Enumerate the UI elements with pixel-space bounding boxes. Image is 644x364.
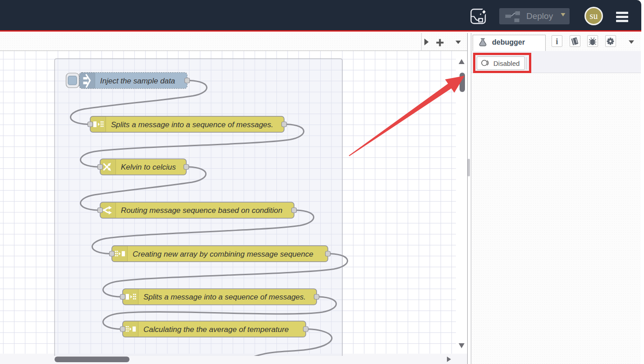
svg-text:Calculating the the average of: Calculating the the average of temperatu… [143, 325, 289, 334]
svg-text:Creating new array by combinin: Creating new array by combining message … [133, 250, 313, 258]
svg-text:Splits a message into a sequen: Splits a message into a sequence of mess… [111, 120, 273, 129]
svg-text:Inject the sample data: Inject the sample data [100, 77, 175, 85]
svg-text:Routing message sequence based: Routing message sequence based on condit… [121, 206, 282, 215]
svg-text:Kelvin to celcius: Kelvin to celcius [121, 163, 176, 171]
svg-text:Splits a message into a sequen: Splits a message into a sequence of mess… [143, 293, 306, 301]
svg-text:i: i [556, 37, 558, 46]
